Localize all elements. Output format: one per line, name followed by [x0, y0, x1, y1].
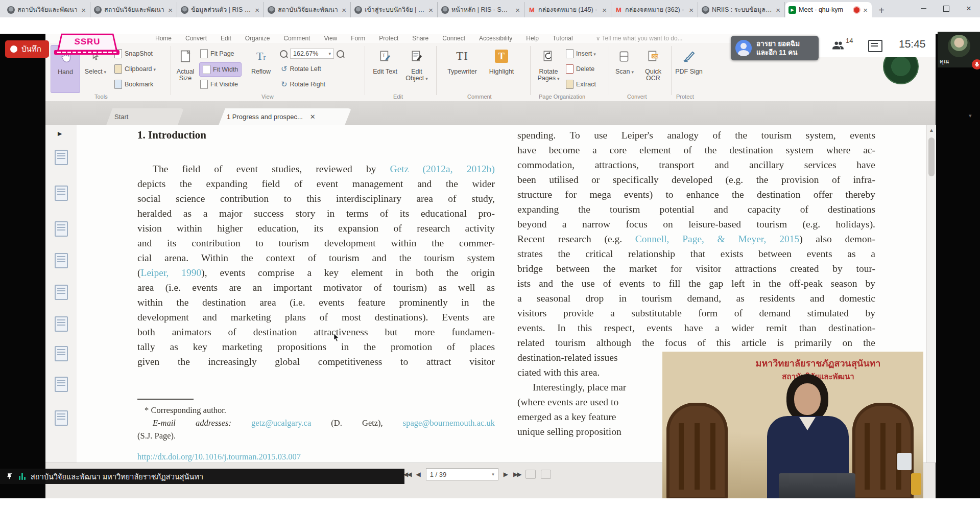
panel-comments-icon[interactable] — [55, 377, 68, 392]
self-video-tile[interactable]: คุณ — [938, 32, 980, 67]
fit-page-button[interactable]: Fit Page — [200, 47, 234, 60]
window-minimize-button[interactable] — [912, 0, 935, 17]
zoom-out-icon[interactable] — [280, 50, 288, 58]
tab-close-icon[interactable]: × — [862, 6, 869, 14]
page-number-select[interactable]: 1 / 39 ▾ — [426, 468, 498, 480]
pdf-menu-item[interactable]: Connect — [442, 35, 465, 42]
scroll-up-icon[interactable]: ▲ — [927, 127, 936, 133]
panel-pages-icon[interactable] — [55, 150, 68, 165]
browser-tab[interactable]: Mกล่องจดหมาย (362) -× — [612, 2, 698, 17]
pdf-menu-item[interactable]: Organize — [245, 35, 270, 42]
document-text-line: commodation, attractions, transport and … — [517, 157, 875, 172]
browser-tab[interactable]: สถาบันวิจัยและพัฒนา× — [4, 2, 90, 17]
tab-close-icon[interactable]: × — [80, 6, 87, 14]
fit-visible-button[interactable]: Fit Visible — [200, 78, 238, 91]
zoom-in-icon[interactable] — [337, 50, 344, 58]
actual-size-button[interactable]: Actual Size — [174, 45, 197, 92]
pdf-menu-item[interactable]: Convert — [185, 35, 207, 42]
browser-tab[interactable]: หน้าหลัก | RIS - SSRU× — [438, 2, 524, 17]
citation-link[interactable]: spage@bournemouth.ac.uk — [403, 418, 495, 428]
participants-icon[interactable] — [831, 39, 845, 52]
panel-fields-icon[interactable] — [55, 346, 68, 361]
panel-security-icon[interactable] — [55, 316, 68, 332]
vertical-scrollbar[interactable]: ▲ — [926, 125, 936, 463]
tab-close-icon[interactable]: × — [341, 6, 347, 14]
rotate-left-button[interactable]: ↺Rotate Left — [281, 62, 321, 76]
quick-ocr-button[interactable]: OCR Quick OCR — [639, 45, 667, 92]
browser-tab-active[interactable]: ▶Meet - qhu-kym× — [785, 2, 872, 17]
reflow-button[interactable]: Tr Reflow — [249, 45, 273, 92]
pdf-sign-button[interactable]: PDF Sign — [675, 45, 703, 92]
next-view-icon[interactable] — [541, 470, 551, 479]
typewriter-button[interactable]: TI Typewriter — [443, 45, 481, 92]
pdf-menu-item[interactable]: Comment — [283, 35, 310, 42]
zoom-level-select[interactable]: 162.67%▾ — [290, 49, 334, 59]
tab-close-icon[interactable]: × — [601, 6, 608, 14]
pdf-menu-item[interactable]: Share — [412, 35, 428, 42]
tell-me-search[interactable]: ∨ Tell me what you want to do... — [596, 35, 683, 42]
extract-button[interactable]: Extract — [566, 78, 596, 91]
svg-text:OCR: OCR — [652, 55, 660, 58]
browser-tab[interactable]: เข้าสู่ระบบนักวิจัย | RIS× — [351, 2, 438, 17]
last-page-icon[interactable]: ▶▶ — [513, 471, 520, 478]
pdf-menu-item[interactable]: Form — [351, 35, 365, 42]
rotate-right-button[interactable]: ↻Rotate Right — [281, 78, 325, 91]
presenter-video-tile[interactable]: มหาวิทยาลัยราชภัฏสวนสุนันทา สถาบันวิจัยแ… — [662, 352, 923, 498]
fit-width-button[interactable]: Fit Width — [199, 62, 242, 77]
tab-close-icon[interactable]: × — [514, 6, 521, 14]
pdf-menu-item[interactable]: Home — [155, 35, 172, 42]
browser-tab[interactable]: สถาบันวิจัยและพัฒนา× — [265, 2, 351, 17]
scan-button[interactable]: Scan — [613, 45, 636, 92]
tab-close-icon[interactable]: × — [254, 6, 260, 14]
tab-close-icon[interactable]: × — [775, 6, 781, 14]
pdf-menu-item[interactable]: Help — [526, 35, 539, 42]
pdf-menu-item[interactable]: Tutorial — [553, 35, 573, 42]
bookmark-button[interactable]: Bookmark — [114, 78, 153, 91]
next-page-icon[interactable]: ▶ — [504, 471, 508, 478]
doc-tab-list-caret-icon[interactable]: ▾ — [969, 112, 972, 119]
doc-tab-active[interactable]: 1 Progress and prospec... ✕ — [219, 108, 351, 125]
citation-link[interactable]: Leiper, 1990 — [141, 267, 202, 278]
previous-page-icon[interactable]: ◀ — [416, 471, 420, 478]
browser-tab[interactable]: NRIIS : ระบบข้อมูลสาร× — [699, 2, 785, 17]
pdf-menu-item[interactable]: Accessibility — [479, 35, 512, 42]
new-tab-button[interactable]: + — [874, 3, 889, 17]
edit-object-button[interactable]: Edit Object — [402, 45, 431, 92]
document-text-line: beyond a narrow focus on leisure-based t… — [517, 217, 875, 232]
first-page-icon[interactable]: ◀◀ — [403, 471, 411, 478]
highlight-button[interactable]: T Highlight — [485, 45, 518, 92]
panel-signatures-icon[interactable] — [55, 410, 68, 426]
tab-close-icon[interactable]: × — [167, 6, 174, 14]
panel-destinations-icon[interactable] — [55, 285, 68, 300]
insert-button[interactable]: Insert — [566, 47, 596, 60]
window-maximize-button[interactable] — [935, 0, 958, 17]
panel-attachments-icon[interactable] — [55, 253, 68, 268]
scrollbar-thumb[interactable] — [928, 137, 935, 176]
citation-link[interactable]: Connell, Page, & Meyer, 2015 — [635, 234, 799, 244]
panel-bookmarks-icon[interactable] — [55, 186, 68, 201]
edit-text-button[interactable]: T Edit Text — [372, 45, 398, 92]
doc-tab-close-icon[interactable]: ✕ — [310, 113, 316, 121]
delete-button[interactable]: Delete — [566, 62, 594, 76]
previous-view-icon[interactable] — [525, 470, 536, 479]
chat-icon[interactable] — [868, 40, 882, 52]
browser-tab[interactable]: ข้อมูลส่วนตัว | RIS - S× — [178, 2, 264, 17]
citation-link[interactable]: getz@ucalgary.ca — [251, 418, 311, 428]
browser-tab[interactable]: Mกล่องจดหมาย (145) -× — [525, 2, 611, 17]
browser-tab[interactable]: สถาบันวิจัยและพัฒนา× — [91, 2, 177, 17]
pdf-menu-item[interactable]: View — [324, 35, 337, 42]
panel-layers-icon[interactable] — [55, 221, 68, 237]
group-label-tools: Tools — [94, 94, 108, 100]
citation-link[interactable]: Getz (2012a, 2012b) — [390, 164, 495, 174]
doi-link[interactable]: http://dx.doi.org/10.1016/j.tourman.2015… — [137, 452, 301, 462]
document-text-line: vision within higher education, its expa… — [137, 221, 495, 236]
pdf-menu-item[interactable]: Protect — [379, 35, 398, 42]
tab-close-icon[interactable]: × — [688, 6, 695, 14]
clipboard-button[interactable]: Clipboard — [114, 62, 156, 76]
panel-expand-icon[interactable]: ▶ — [58, 130, 62, 137]
doc-tab-start[interactable]: Start — [106, 108, 184, 125]
window-close-button[interactable]: × — [958, 0, 980, 17]
rotate-pages-button[interactable]: Rotate Pages — [534, 45, 563, 92]
pdf-menu-item[interactable]: Edit — [221, 35, 231, 42]
tab-close-icon[interactable]: × — [427, 6, 434, 14]
